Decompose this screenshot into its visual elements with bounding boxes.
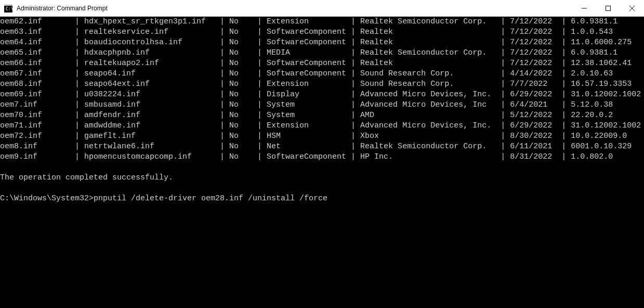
driver-row: oem7.inf | smbusamd.inf | No | System | …: [0, 100, 644, 110]
driver-row: oem65.inf | hdxacphpnb.inf | No | MEDIA …: [0, 48, 644, 58]
driver-row: oem8.inf | netrtwlane6.inf | No | Net | …: [0, 142, 644, 152]
cmd-icon: C:\: [4, 4, 12, 12]
driver-row: oem70.inf | amdfendr.inf | No | System |…: [0, 110, 644, 121]
svg-rect-4: [606, 6, 611, 10]
prompt-line[interactable]: C:\Windows\System32>pnputil /delete-driv…: [0, 194, 644, 204]
svg-rect-1: [4, 4, 12, 6]
title-bar: C:\ Administrator: Command Prompt: [0, 0, 644, 17]
close-button[interactable]: [620, 0, 644, 16]
svg-text:C:\: C:\: [6, 7, 12, 11]
driver-row: oem71.inf | amdwddme.inf | No | Extensio…: [0, 121, 644, 131]
driver-row: oem66.inf | realtekuapo2.inf | No | Soft…: [0, 58, 644, 69]
maximize-button[interactable]: [596, 0, 620, 16]
driver-row: oem9.inf | hpomencustomcapcomp.inf | No …: [0, 152, 644, 162]
terminal-output[interactable]: oem62.inf | hdx_hpext_sr_rtkgen3p1.inf |…: [0, 17, 644, 308]
driver-row: oem69.inf | u0382224.inf | No | Display …: [0, 89, 644, 100]
driver-row: oem64.inf | boaudiocontrolhsa.inf | No |…: [0, 37, 644, 48]
driver-row: oem72.inf | gameflt.inf | No | HSM | Xbo…: [0, 131, 644, 142]
blank-line: [0, 183, 644, 194]
driver-row: oem63.inf | realtekservice.inf | No | So…: [0, 27, 644, 37]
driver-row: oem68.inf | seapo64ext.inf | No | Extens…: [0, 79, 644, 89]
status-line: The operation completed successfully.: [0, 173, 644, 183]
blank-line: [0, 162, 644, 173]
driver-row: oem62.inf | hdx_hpext_sr_rtkgen3p1.inf |…: [0, 17, 644, 27]
minimize-button[interactable]: [572, 0, 596, 16]
driver-row: oem67.inf | seapo64.inf | No | SoftwareC…: [0, 69, 644, 79]
window-title: Administrator: Command Prompt: [17, 5, 572, 12]
window-controls: [572, 0, 644, 16]
